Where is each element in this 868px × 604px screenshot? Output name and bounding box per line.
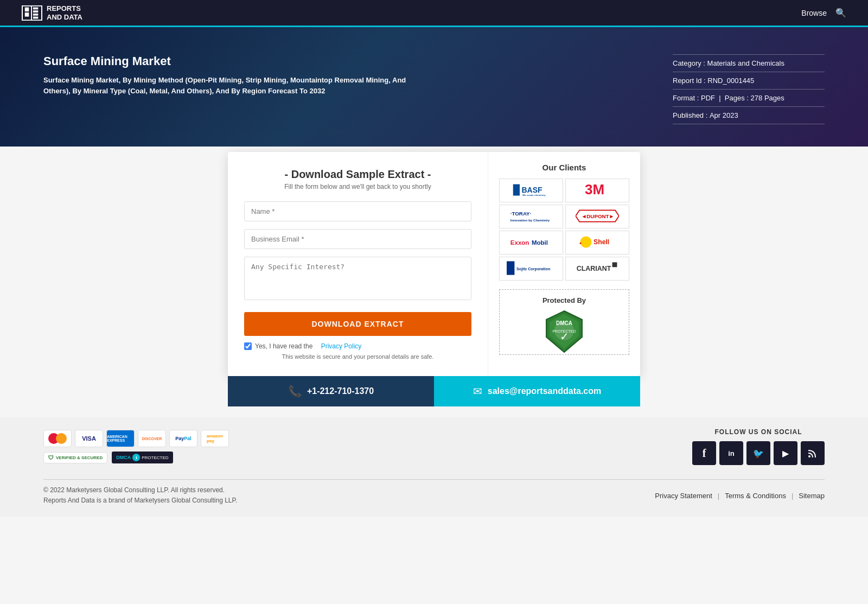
meta-report-id: Report Id : RND_0001445 [673, 72, 825, 90]
svg-rect-6 [33, 13, 38, 15]
clients-grid: BASF We create chemistry 3M [499, 179, 629, 281]
logo[interactable]: REPORTS AND DATA [22, 4, 82, 21]
svg-text:CLARIANT: CLARIANT [577, 265, 611, 272]
svg-text:Innovation by Chemistry: Innovation by Chemistry [510, 218, 550, 222]
footer-bottom: © 2022 Marketysers Global Consulting LLP… [43, 485, 825, 506]
form-card: - Download Sample Extract - Fill the for… [228, 152, 640, 376]
follow-label: FOLLOW US ON SOCIAL [692, 428, 825, 436]
form-subtitle: Fill the form below and we'll get back t… [244, 183, 471, 190]
client-clariant: CLARIANT [565, 257, 629, 281]
svg-rect-7 [33, 16, 38, 18]
secure-text: This website is secure and your personal… [244, 353, 471, 360]
twitter-icon[interactable]: 🐦 [746, 441, 770, 465]
copyright: © 2022 Marketysers Global Consulting LLP… [43, 485, 237, 506]
svg-text:We create chemistry: We create chemistry [522, 194, 546, 196]
svg-rect-5 [33, 10, 38, 12]
contact-bar-wrapper: 📞 +1-212-710-1370 ✉ sales@reportsanddata… [0, 376, 868, 406]
dmca-badge: DMCA PROTECTED ✓ [545, 310, 583, 348]
svg-text:✓: ✓ [560, 330, 569, 342]
privacy-checkbox[interactable] [244, 342, 252, 350]
client-basf: BASF We create chemistry [499, 179, 563, 202]
svg-rect-9 [513, 185, 520, 196]
rss-icon[interactable] [801, 441, 825, 465]
contact-phone[interactable]: 📞 +1-212-710-1370 [228, 376, 434, 406]
logo-text: REPORTS AND DATA [47, 4, 82, 21]
protected-box: Protected By DMCA PROTECTED ✓ [499, 289, 629, 355]
client-sojitz: Sojitz Corporation [499, 257, 563, 281]
facebook-icon[interactable]: f [692, 441, 716, 465]
form-section: - Download Sample Extract - Fill the for… [0, 152, 868, 376]
meta-published: Published : Apr 2023 [673, 107, 825, 124]
footer-top: VISA AMERICAN EXPRESS DISCOVER PayPal am… [43, 428, 825, 474]
hero-section: Surface Mining Market Surface Mining Mar… [0, 27, 868, 147]
linkedin-icon[interactable]: in [719, 441, 743, 465]
phone-number: +1-212-710-1370 [307, 386, 374, 396]
svg-rect-25 [612, 262, 617, 267]
client-shell: ● Shell [565, 231, 629, 255]
svg-text:Shell: Shell [593, 238, 609, 246]
interest-input[interactable] [244, 257, 471, 300]
footer-links: Privacy Statement | Terms & Conditions |… [655, 492, 825, 500]
youtube-icon[interactable]: ▶ [774, 441, 797, 465]
meta-format: Format : PDF | Pages : 278 Pages [673, 90, 825, 107]
svg-text:DMCA: DMCA [556, 320, 572, 326]
verified-seal: 🛡 VERIFIED & SECURED [43, 452, 107, 463]
phone-icon: 📞 [288, 385, 302, 398]
email-icon: ✉ [473, 385, 482, 398]
amazonpay-icon: amazonpay [201, 430, 229, 447]
footer: VISA AMERICAN EXPRESS DISCOVER PayPal am… [0, 417, 868, 517]
form-title: - Download Sample Extract - [244, 168, 471, 181]
client-toray: ·TORAY· Innovation by Chemistry [499, 205, 563, 228]
client-3m: 3M [565, 179, 629, 202]
sitemap-link[interactable]: Sitemap [799, 492, 825, 500]
social-section: FOLLOW US ON SOCIAL f in 🐦 ▶ [692, 428, 825, 465]
email-input[interactable] [244, 229, 471, 249]
name-input[interactable] [244, 201, 471, 221]
svg-text:Exxon: Exxon [510, 239, 529, 246]
privacy-statement-link[interactable]: Privacy Statement [655, 492, 712, 500]
svg-text:●: ● [579, 241, 582, 245]
report-meta: Category : Materials and Chemicals Repor… [673, 54, 825, 124]
browse-link[interactable]: Browse [801, 9, 827, 17]
payment-icons: VISA AMERICAN EXPRESS DISCOVER PayPal am… [43, 430, 229, 447]
client-dupont: ◄DUPONT► [565, 205, 629, 228]
svg-rect-2 [25, 12, 29, 17]
svg-text:3M: 3M [585, 181, 604, 198]
contact-email[interactable]: ✉ sales@reportsanddata.com [434, 376, 640, 406]
svg-text:·TORAY·: ·TORAY· [510, 211, 532, 217]
svg-text:Mobil: Mobil [532, 239, 548, 246]
main-content: - Download Sample Extract - Fill the for… [0, 147, 868, 417]
svg-text:Sojitz Corporation: Sojitz Corporation [516, 266, 550, 271]
dmca-footer-badge: DMCA ℹ PROTECTED [112, 452, 173, 463]
terms-conditions-link[interactable]: Terms & Conditions [725, 492, 786, 500]
logo-icon [22, 5, 42, 21]
contact-bar: 📞 +1-212-710-1370 ✉ sales@reportsanddata… [228, 376, 640, 406]
payment-section: VISA AMERICAN EXPRESS DISCOVER PayPal am… [43, 430, 229, 463]
download-button[interactable]: DOWNLOAD EXTRACT [244, 312, 471, 336]
footer-divider [43, 479, 825, 480]
meta-category: Category : Materials and Chemicals [673, 54, 825, 72]
social-icons: f in 🐦 ▶ [692, 441, 825, 465]
header: REPORTS AND DATA Browse 🔍 [0, 0, 868, 27]
svg-rect-1 [25, 7, 29, 11]
svg-point-32 [808, 455, 810, 457]
svg-rect-22 [507, 261, 514, 275]
protected-title: Protected By [506, 296, 622, 304]
privacy-row: Yes, I have read the Privacy Policy [244, 342, 471, 350]
form-right: Our Clients BASF We create chemistry [488, 152, 640, 376]
svg-point-19 [580, 237, 592, 248]
trust-badges: 🛡 VERIFIED & SECURED DMCA ℹ PROTECTED [43, 452, 229, 463]
privacy-policy-link[interactable]: Privacy Policy [321, 342, 362, 350]
svg-rect-4 [33, 7, 38, 9]
mastercard-icon [43, 430, 72, 447]
form-left: - Download Sample Extract - Fill the for… [228, 152, 488, 376]
visa-icon: VISA [75, 430, 103, 447]
client-exxon: Exxon Mobil [499, 231, 563, 255]
header-nav: Browse 🔍 [801, 8, 846, 18]
page-subtitle: Surface Mining Market, By Mining Method … [43, 75, 423, 96]
amex-icon: AMERICAN EXPRESS [106, 430, 135, 447]
paypal-icon: PayPal [169, 430, 197, 447]
email-address: sales@reportsanddata.com [488, 386, 601, 396]
svg-text:◄DUPONT►: ◄DUPONT► [582, 213, 615, 219]
search-icon[interactable]: 🔍 [835, 8, 846, 18]
